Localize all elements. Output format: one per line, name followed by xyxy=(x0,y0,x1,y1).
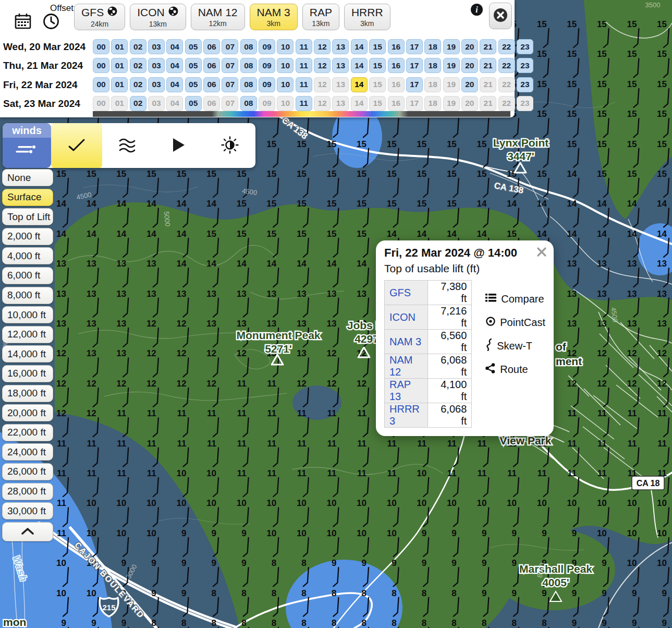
waves-tool-button[interactable] xyxy=(102,123,153,168)
hour-cell-13[interactable]: 13 xyxy=(332,58,349,73)
info-icon[interactable]: i xyxy=(471,4,483,16)
hour-cell-10[interactable]: 10 xyxy=(277,39,294,54)
level-button-20-000-ft[interactable]: 20,000 ft xyxy=(2,404,53,421)
level-button-12-000-ft[interactable]: 12,000 ft xyxy=(2,326,53,343)
hour-cell-20[interactable]: 20 xyxy=(461,58,478,73)
hour-cell-01[interactable]: 01 xyxy=(111,77,128,92)
hour-cell-09[interactable]: 09 xyxy=(259,96,275,111)
level-button-26-000-ft[interactable]: 26,000 ft xyxy=(2,463,53,480)
hour-cell-23[interactable]: 23 xyxy=(517,58,533,73)
hour-cell-06[interactable]: 06 xyxy=(203,58,220,73)
hour-cell-01[interactable]: 01 xyxy=(111,96,128,111)
popup-close-icon[interactable] xyxy=(536,247,547,259)
hour-cell-07[interactable]: 07 xyxy=(222,58,238,73)
hour-cell-06[interactable]: 06 xyxy=(203,39,220,54)
level-button-none[interactable]: None xyxy=(2,169,53,186)
hour-cell-19[interactable]: 19 xyxy=(443,39,460,54)
level-button-6-000-ft[interactable]: 6,000 ft xyxy=(2,267,53,284)
hour-cell-18[interactable]: 18 xyxy=(424,77,441,92)
close-panel-button[interactable] xyxy=(489,3,512,29)
check-tool-button[interactable] xyxy=(51,123,102,168)
model-link[interactable]: NAM 12 xyxy=(385,354,428,379)
hour-cell-02[interactable]: 02 xyxy=(130,39,146,54)
model-button-rap[interactable]: RAP13km xyxy=(302,4,339,30)
hour-cell-23[interactable]: 23 xyxy=(517,39,533,54)
hour-cell-04[interactable]: 04 xyxy=(166,77,183,92)
hour-cell-16[interactable]: 16 xyxy=(388,58,405,73)
hour-cell-16[interactable]: 16 xyxy=(388,39,405,54)
play-animation-button[interactable] xyxy=(153,123,204,168)
hour-cell-11[interactable]: 11 xyxy=(296,58,312,73)
hour-cell-07[interactable]: 07 xyxy=(222,39,238,54)
calendar-button[interactable] xyxy=(14,13,32,31)
hour-cell-21[interactable]: 21 xyxy=(480,77,496,92)
model-link[interactable]: HRRR 3 xyxy=(385,403,428,428)
hour-cell-22[interactable]: 22 xyxy=(498,39,515,54)
hour-cell-04[interactable]: 04 xyxy=(166,58,183,73)
hour-cell-16[interactable]: 16 xyxy=(388,96,405,111)
hour-cell-01[interactable]: 01 xyxy=(111,58,128,73)
hour-cell-20[interactable]: 20 xyxy=(461,77,478,92)
hour-cell-17[interactable]: 17 xyxy=(406,58,423,73)
hour-cell-22[interactable]: 22 xyxy=(498,77,515,92)
action-skew-t[interactable]: Skew-T xyxy=(485,334,545,358)
hour-cell-21[interactable]: 21 xyxy=(480,96,496,111)
hour-cell-17[interactable]: 17 xyxy=(406,96,423,111)
hour-cell-15[interactable]: 15 xyxy=(369,77,386,92)
hour-cell-14[interactable]: 14 xyxy=(351,39,368,54)
hour-cell-08[interactable]: 08 xyxy=(240,39,257,54)
model-button-icon[interactable]: ICON13km xyxy=(130,4,186,30)
hour-cell-10[interactable]: 10 xyxy=(277,96,294,111)
hour-cell-15[interactable]: 15 xyxy=(369,39,386,54)
level-button-surface[interactable]: Surface xyxy=(2,189,53,206)
hour-cell-13[interactable]: 13 xyxy=(332,77,349,92)
hour-cell-20[interactable]: 20 xyxy=(461,39,478,54)
level-button-2-000-ft[interactable]: 2,000 ft xyxy=(2,228,53,245)
hour-cell-05[interactable]: 05 xyxy=(185,39,202,54)
hour-cell-23[interactable]: 23 xyxy=(517,96,533,111)
hour-cell-11[interactable]: 11 xyxy=(296,96,312,111)
brightness-button[interactable] xyxy=(204,123,255,168)
hour-cell-02[interactable]: 02 xyxy=(130,58,146,73)
hour-cell-18[interactable]: 18 xyxy=(424,58,441,73)
hour-cell-08[interactable]: 08 xyxy=(240,96,257,111)
model-link[interactable]: RAP 13 xyxy=(385,379,428,403)
collapse-levels-button[interactable] xyxy=(2,522,53,541)
model-button-hrrr[interactable]: HRRR3km xyxy=(344,4,390,30)
hour-cell-10[interactable]: 10 xyxy=(277,58,294,73)
model-link[interactable]: NAM 3 xyxy=(385,330,428,354)
hour-cell-20[interactable]: 20 xyxy=(461,96,478,111)
level-button-4-000-ft[interactable]: 4,000 ft xyxy=(2,247,53,264)
hour-cell-14[interactable]: 14 xyxy=(351,58,368,73)
hour-cell-03[interactable]: 03 xyxy=(148,96,165,111)
hour-cell-00[interactable]: 00 xyxy=(93,39,109,54)
hour-cell-04[interactable]: 04 xyxy=(166,96,183,111)
hour-cell-17[interactable]: 17 xyxy=(406,77,423,92)
hour-cell-09[interactable]: 09 xyxy=(259,39,275,54)
hour-cell-09[interactable]: 09 xyxy=(259,77,275,92)
action-compare[interactable]: Compare xyxy=(485,287,545,311)
hour-cell-22[interactable]: 22 xyxy=(498,96,515,111)
hour-cell-14[interactable]: 14 xyxy=(351,96,368,111)
hour-cell-07[interactable]: 07 xyxy=(222,96,238,111)
hour-cell-15[interactable]: 15 xyxy=(369,58,386,73)
hour-cell-19[interactable]: 19 xyxy=(443,77,460,92)
level-button-8-000-ft[interactable]: 8,000 ft xyxy=(2,287,53,304)
hour-cell-12[interactable]: 12 xyxy=(314,77,331,92)
hour-cell-03[interactable]: 03 xyxy=(148,39,165,54)
model-link[interactable]: ICON xyxy=(385,305,428,330)
hour-cell-15[interactable]: 15 xyxy=(369,96,386,111)
hour-cell-10[interactable]: 10 xyxy=(277,77,294,92)
hour-cell-14[interactable]: 14 xyxy=(351,77,368,92)
level-button-16-000-ft[interactable]: 16,000 ft xyxy=(2,365,53,382)
model-button-gfs[interactable]: GFS24km xyxy=(74,4,125,30)
level-button-30-000-ft[interactable]: 30,000 ft xyxy=(2,502,53,520)
hour-cell-18[interactable]: 18 xyxy=(424,39,441,54)
hour-cell-21[interactable]: 21 xyxy=(480,39,496,54)
hour-cell-19[interactable]: 19 xyxy=(443,58,460,73)
hour-cell-00[interactable]: 00 xyxy=(93,58,109,73)
hour-cell-00[interactable]: 00 xyxy=(93,96,109,111)
hour-cell-00[interactable]: 00 xyxy=(93,77,109,92)
model-button-nam-3[interactable]: NAM 33km xyxy=(250,4,298,30)
level-button-22-000-ft[interactable]: 22,000 ft xyxy=(2,424,53,441)
